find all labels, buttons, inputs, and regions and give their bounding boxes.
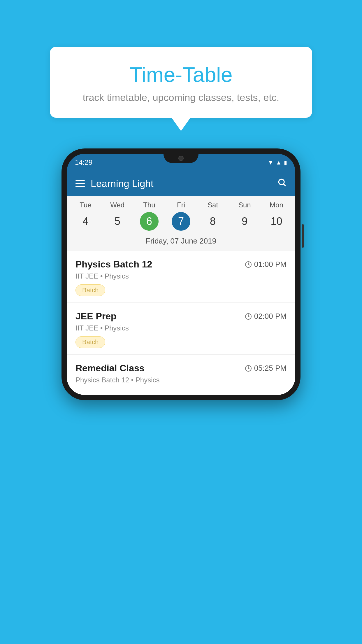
day-col[interactable]: Wed5: [101, 201, 133, 231]
class-name: Physics Batch 12: [75, 259, 152, 270]
class-meta: IIT JEE • Physics: [75, 272, 287, 280]
app-bar-left: Learning Light: [75, 178, 154, 189]
day-col[interactable]: Tue4: [70, 201, 101, 231]
day-label: Sun: [238, 201, 251, 209]
day-label: Mon: [270, 201, 283, 209]
phone-inner: 14:29 ▼ ▲ ▮ Learning: [67, 154, 295, 395]
speech-bubble-section: Time-Table track timetable, upcoming cla…: [50, 47, 312, 131]
day-col[interactable]: Mon10: [261, 201, 292, 231]
class-name: JEE Prep: [75, 311, 117, 322]
side-power-button: [302, 224, 304, 248]
class-card[interactable]: Physics Batch 1201:00 PMIIT JEE • Physic…: [67, 251, 295, 303]
hamburger-line-2: [75, 183, 85, 184]
day-label: Sat: [208, 201, 218, 209]
speech-bubble-arrow: [172, 118, 190, 131]
days-row: Tue4Wed5Thu6Fri7Sat8Sun9Mon10: [67, 201, 295, 234]
class-time-text: 02:00 PM: [254, 312, 287, 321]
battery-icon: ▮: [284, 159, 287, 166]
day-number: 8: [203, 212, 222, 231]
calendar-strip: Tue4Wed5Thu6Fri7Sat8Sun9Mon10 Friday, 07…: [67, 196, 295, 251]
speech-bubble-card: Time-Table track timetable, upcoming cla…: [50, 47, 312, 118]
class-time-text: 05:25 PM: [254, 364, 287, 373]
class-name: Remedial Class: [75, 363, 145, 374]
class-meta: IIT JEE • Physics: [75, 324, 287, 332]
class-card[interactable]: Remedial Class05:25 PMPhysics Batch 12 •…: [67, 355, 295, 395]
day-number: 6: [140, 212, 159, 231]
day-number: 7: [172, 212, 190, 231]
signal-icon: ▲: [276, 159, 282, 166]
class-time-text: 01:00 PM: [254, 260, 287, 269]
speech-bubble-subtitle: track timetable, upcoming classes, tests…: [67, 92, 295, 103]
day-col[interactable]: Sun9: [229, 201, 261, 231]
day-number: 9: [235, 212, 254, 231]
phone-mockup: 14:29 ▼ ▲ ▮ Learning: [61, 148, 301, 400]
class-card[interactable]: JEE Prep02:00 PMIIT JEE • PhysicsBatch: [67, 303, 295, 355]
notch: [164, 154, 198, 163]
selected-date-label: Friday, 07 June 2019: [67, 234, 295, 251]
wifi-icon: ▼: [268, 159, 273, 166]
phone-screen: Tue4Wed5Thu6Fri7Sat8Sun9Mon10 Friday, 07…: [67, 196, 295, 395]
day-col[interactable]: Thu6: [133, 201, 165, 231]
day-label: Thu: [143, 201, 155, 209]
day-label: Fri: [177, 201, 185, 209]
day-number: 10: [267, 212, 286, 231]
phone-outer-shell: 14:29 ▼ ▲ ▮ Learning: [61, 148, 301, 400]
clock-icon: [245, 365, 252, 372]
search-icon[interactable]: [277, 178, 287, 189]
hamburger-line-1: [75, 180, 85, 181]
day-label: Tue: [80, 201, 91, 209]
day-col[interactable]: Sat8: [197, 201, 229, 231]
status-icons: ▼ ▲ ▮: [268, 159, 287, 166]
day-number: 5: [108, 212, 127, 231]
day-col[interactable]: Fri7: [165, 201, 197, 231]
day-label: Wed: [110, 201, 124, 209]
speech-bubble-title: Time-Table: [67, 63, 295, 87]
class-list: Physics Batch 1201:00 PMIIT JEE • Physic…: [67, 251, 295, 395]
day-number: 4: [76, 212, 95, 231]
camera-dot: [178, 156, 184, 161]
status-time: 14:29: [75, 158, 92, 167]
app-bar: Learning Light: [67, 171, 295, 196]
hamburger-menu-icon[interactable]: [75, 180, 85, 187]
svg-line-1: [284, 184, 285, 186]
status-bar: 14:29 ▼ ▲ ▮: [67, 154, 295, 171]
clock-icon: [245, 261, 252, 268]
clock-icon: [245, 313, 252, 320]
app-title: Learning Light: [91, 178, 154, 189]
hamburger-line-3: [75, 186, 85, 187]
class-meta: Physics Batch 12 • Physics: [75, 376, 287, 384]
batch-tag: Batch: [75, 284, 105, 296]
batch-tag: Batch: [75, 336, 105, 348]
